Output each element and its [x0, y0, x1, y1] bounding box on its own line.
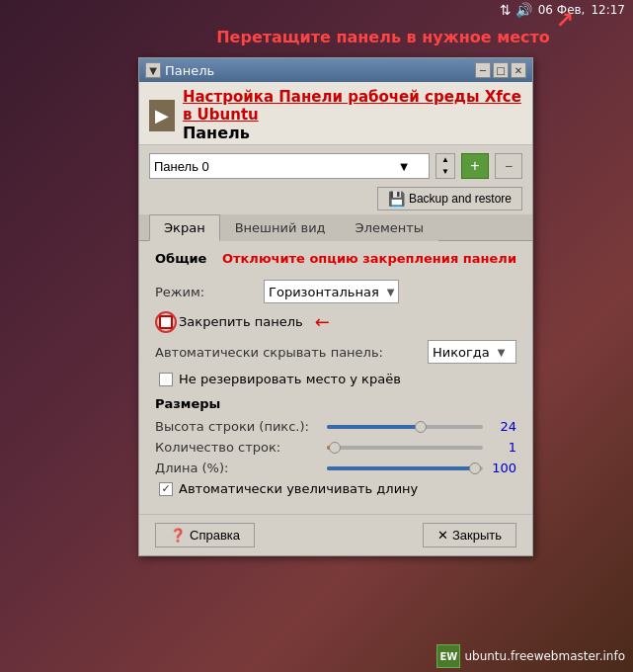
titlebar-controls: ─ □ ✕: [475, 62, 526, 78]
tab-appearance[interactable]: Внешний вид: [220, 214, 341, 241]
lock-checkbox-wrapper: [159, 315, 173, 329]
row-height-track[interactable]: [327, 425, 483, 429]
titlebar-menu-btn[interactable]: ▼: [145, 62, 161, 78]
panel-select-wrapper: Панель 0 ▼: [149, 153, 430, 179]
panel-icon: ▶: [149, 100, 175, 131]
close-button[interactable]: ✕: [511, 62, 526, 78]
floppy-icon: 💾: [388, 191, 405, 207]
auto-length-row: Автоматически увеличивать длину: [155, 481, 516, 496]
reserve-label: Не резервировать место у краёв: [179, 372, 401, 386]
length-label: Длина (%):: [155, 461, 323, 475]
volume-icon: 🔊: [515, 2, 532, 18]
row-height-row: Высота строки (пикс.): 24: [155, 419, 516, 434]
backup-row: 💾 Backup and restore: [139, 183, 532, 214]
tab-screen[interactable]: Экран: [149, 214, 220, 241]
backup-restore-button[interactable]: 💾 Backup and restore: [377, 187, 522, 210]
row-height-thumb[interactable]: [415, 421, 427, 433]
row-height-fill: [327, 425, 421, 429]
checkbox-highlight: [155, 311, 177, 333]
close-dialog-button[interactable]: ✕ Закрыть: [423, 523, 516, 547]
panel-dialog: ▼ Панель ─ □ ✕ ▶ Настройка Панели рабоче…: [138, 57, 533, 556]
length-thumb[interactable]: [469, 462, 481, 474]
dialog-footer: ❓ Справка ✕ Закрыть: [139, 514, 532, 555]
minimize-button[interactable]: ─: [475, 62, 491, 78]
mode-value: Горизонтальная: [269, 285, 379, 299]
network-icon: ⇅: [500, 2, 512, 18]
section-general-title: Общие: [155, 251, 206, 266]
reserve-checkbox-row: Не резервировать место у краёв: [155, 372, 516, 386]
taskbar-time: 12:17: [591, 3, 625, 17]
subtitle-link[interactable]: Настройка Панели рабочей среды Xfce в Ub…: [183, 88, 522, 124]
row-count-thumb[interactable]: [329, 442, 341, 454]
watermark: EW ubuntu.freewebmaster.info: [436, 644, 625, 668]
watermark-text: ubuntu.freewebmaster.info: [464, 649, 625, 663]
length-track[interactable]: [327, 466, 483, 470]
row-height-label: Высота строки (пикс.):: [155, 419, 323, 434]
taskbar-date: 06 Фев,: [538, 3, 586, 17]
dialog-titlebar: ▼ Панель ─ □ ✕: [139, 58, 532, 82]
dialog-subtitle: ▶ Настройка Панели рабочей среды Xfce в …: [139, 82, 532, 145]
panel-spin-buttons: ▲ ▼: [435, 153, 455, 179]
titlebar-left: ▼ Панель: [145, 62, 214, 78]
dialog-title: Панель: [165, 63, 214, 78]
autohide-label: Автоматически скрывать панель:: [155, 345, 428, 360]
length-value: 100: [487, 461, 516, 475]
spin-down-button[interactable]: ▼: [436, 166, 454, 178]
reserve-checkbox[interactable]: [159, 373, 173, 386]
taskbar: ⇅ 🔊 06 Фев, 12:17: [492, 0, 633, 20]
row-height-value: 24: [487, 419, 516, 434]
remove-panel-button[interactable]: −: [495, 153, 522, 179]
panel-icon-glyph: ▶: [155, 105, 169, 126]
row-count-value: 1: [487, 440, 516, 455]
top-annotation: Перетащите панель в нужное место: [216, 28, 550, 46]
tab-elements[interactable]: Элементы: [341, 214, 439, 241]
autohide-combo[interactable]: Никогда ▼: [428, 340, 516, 364]
row-count-row: Количество строк: 1: [155, 440, 516, 455]
mode-combo-arrow-icon: ▼: [387, 287, 395, 297]
autohide-row: Автоматически скрывать панель: Никогда ▼: [155, 340, 516, 364]
dialog-content: Общие Отключите опцию закрепления панели…: [139, 241, 532, 514]
header-title: Панель: [183, 124, 522, 142]
lock-checkbox-row: Закрепить панель ←: [155, 311, 516, 332]
row-count-track[interactable]: [327, 446, 483, 450]
mode-label: Режим:: [155, 285, 264, 299]
annotation-text: Отключите опцию закрепления панели: [222, 251, 516, 266]
close-btn-label: Закрыть: [452, 528, 502, 543]
section-sizes-title: Размеры: [155, 396, 516, 411]
taskbar-icons: ⇅ 🔊: [500, 2, 532, 18]
tabs-row: Экран Внешний вид Элементы: [139, 214, 532, 241]
arrow-pointing-icon: ←: [315, 311, 330, 332]
add-panel-button[interactable]: +: [461, 153, 489, 179]
help-btn-label: Справка: [190, 528, 240, 543]
length-row: Длина (%): 100: [155, 461, 516, 475]
panel-select[interactable]: Панель 0: [149, 153, 430, 179]
panel-selector-row: Панель 0 ▼ ▲ ▼ + −: [139, 145, 532, 183]
lock-checkbox[interactable]: [159, 315, 173, 329]
backup-btn-label: Backup and restore: [409, 192, 512, 206]
lock-label: Закрепить панель: [179, 314, 303, 329]
mode-row: Режим: Горизонтальная ▼: [155, 280, 516, 303]
maximize-button[interactable]: □: [493, 62, 509, 78]
length-fill: [327, 466, 475, 470]
section-sizes: Размеры Высота строки (пикс.): 24 Количе…: [155, 396, 516, 496]
autohide-value: Никогда: [433, 345, 490, 360]
autohide-combo-arrow-icon: ▼: [498, 347, 506, 358]
mode-combo[interactable]: Горизонтальная ▼: [264, 280, 399, 303]
spin-up-button[interactable]: ▲: [436, 154, 454, 166]
row-count-label: Количество строк:: [155, 440, 323, 455]
watermark-icon: EW: [436, 644, 460, 668]
auto-length-label: Автоматически увеличивать длину: [179, 481, 418, 496]
help-button[interactable]: ❓ Справка: [155, 523, 255, 547]
auto-length-checkbox[interactable]: [159, 482, 173, 496]
subtitle-content: Настройка Панели рабочей среды Xfce в Ub…: [183, 88, 522, 142]
help-icon: ❓: [170, 528, 186, 543]
close-icon: ✕: [437, 528, 448, 543]
general-header: Общие Отключите опцию закрепления панели: [155, 251, 516, 274]
